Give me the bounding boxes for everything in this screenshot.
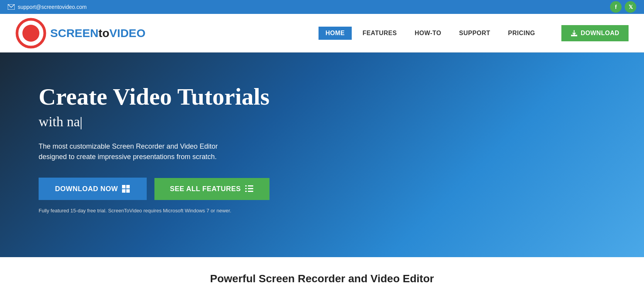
nav-features[interactable]: FEATURES <box>356 27 404 40</box>
logo: SCREENtoVIDEO <box>15 18 146 49</box>
download-label: DOWNLOAD <box>581 30 619 37</box>
bottom-section: Powerful Screen Recorder and Video Edito… <box>0 257 644 300</box>
hero-note: Fully featured 15-day free trial. Screen… <box>39 208 269 214</box>
text-cursor <box>81 117 81 129</box>
svg-rect-12 <box>245 191 247 192</box>
nav-home[interactable]: HOME <box>319 27 352 40</box>
facebook-link[interactable]: f <box>610 1 622 13</box>
header-download-button[interactable]: DOWNLOAD <box>561 25 629 41</box>
svg-rect-8 <box>248 188 253 189</box>
header: SCREENtoVIDEO HOME FEATURES HOW-TO SUPPO… <box>0 14 644 53</box>
twitter-link[interactable]: 𝕏 <box>625 1 636 13</box>
svg-rect-10 <box>245 185 247 186</box>
hero-content: Create Video Tutorials with na The most … <box>39 83 269 214</box>
list-icon <box>245 185 254 193</box>
logo-to: to <box>98 27 109 39</box>
nav-how-to[interactable]: HOW-TO <box>408 27 448 40</box>
bottom-title: Powerful Screen Recorder and Video Edito… <box>15 273 629 285</box>
nav-pricing[interactable]: PRICING <box>501 27 542 40</box>
download-icon <box>571 30 578 37</box>
windows-icon <box>122 185 130 193</box>
hero-subtitle: with na <box>39 114 269 130</box>
nav: HOME FEATURES HOW-TO SUPPORT PRICING DOW… <box>319 25 629 41</box>
logo-icon <box>15 18 46 49</box>
social-links: f 𝕏 <box>610 1 636 13</box>
hero-buttons: DOWNLOAD NOW SEE ALL FEATURES <box>39 178 269 200</box>
svg-rect-9 <box>248 191 253 192</box>
svg-rect-5 <box>122 189 125 193</box>
see-features-button[interactable]: SEE ALL FEATURES <box>154 178 269 200</box>
see-features-label: SEE ALL FEATURES <box>170 185 241 193</box>
hero-section: Create Video Tutorials with na The most … <box>0 53 644 257</box>
logo-video: VIDEO <box>109 27 145 39</box>
svg-point-2 <box>22 25 39 42</box>
svg-rect-4 <box>126 185 130 188</box>
svg-rect-11 <box>245 188 247 189</box>
logo-screen: SCREEN <box>50 27 98 39</box>
top-bar: support@screentovideo.com f 𝕏 <box>0 0 644 14</box>
svg-rect-3 <box>122 185 125 188</box>
nav-support[interactable]: SUPPORT <box>452 27 497 40</box>
email-contact: support@screentovideo.com <box>8 4 86 10</box>
download-now-button[interactable]: DOWNLOAD NOW <box>39 178 147 200</box>
hero-description: The most customizable Screen Recorder an… <box>39 141 269 162</box>
email-icon <box>8 4 15 10</box>
download-now-label: DOWNLOAD NOW <box>55 185 118 193</box>
svg-rect-6 <box>126 189 130 193</box>
email-text: support@screentovideo.com <box>18 4 86 10</box>
svg-rect-7 <box>248 185 253 186</box>
logo-text: SCREENtoVIDEO <box>50 27 146 40</box>
hero-title: Create Video Tutorials <box>39 83 269 110</box>
